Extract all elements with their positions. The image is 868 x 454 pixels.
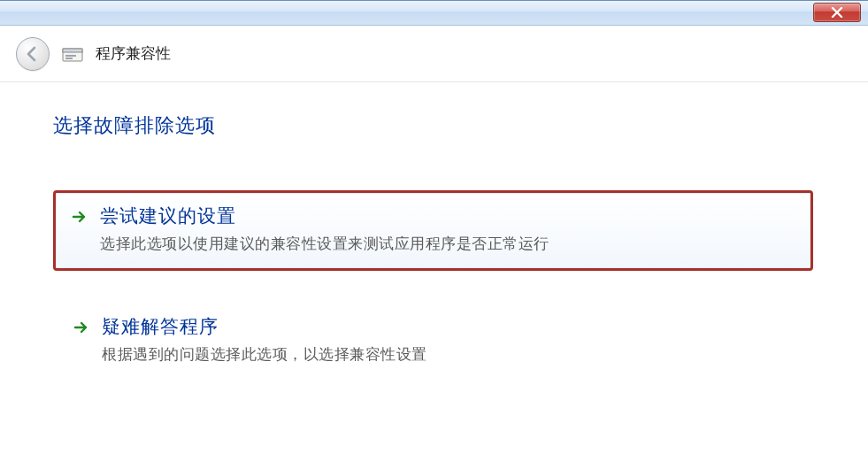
option-description: 根据遇到的问题选择此选项，以选择兼容性设置 — [102, 344, 796, 365]
arrow-left-icon — [24, 45, 42, 63]
option-troubleshoot-program[interactable]: 疑难解答程序 根据遇到的问题选择此选项，以选择兼容性设置 — [53, 303, 813, 380]
wizard-header: 程序兼容性 — [0, 26, 868, 82]
svg-rect-2 — [65, 55, 76, 57]
page-heading: 选择故障排除选项 — [53, 112, 813, 139]
arrow-right-icon — [72, 209, 88, 225]
wizard-title: 程序兼容性 — [96, 43, 171, 64]
option-title: 疑难解答程序 — [102, 314, 219, 339]
content-area: 选择故障排除选项 尝试建议的设置 选择此选项以使用建议的兼容性设置来测试应用程序… — [0, 82, 868, 380]
close-button[interactable] — [813, 3, 861, 22]
option-try-recommended[interactable]: 尝试建议的设置 选择此选项以使用建议的兼容性设置来测试应用程序是否正常运行 — [53, 190, 813, 271]
svg-rect-3 — [65, 58, 73, 59]
option-description: 选择此选项以使用建议的兼容性设置来测试应用程序是否正常运行 — [100, 234, 795, 254]
back-button[interactable] — [16, 37, 50, 71]
program-compat-icon — [62, 44, 83, 64]
svg-rect-1 — [63, 49, 82, 52]
titlebar — [0, 1, 868, 26]
option-title: 尝试建议的设置 — [100, 204, 236, 228]
wizard-window: 程序兼容性 选择故障排除选项 尝试建议的设置 选择此选项以使用建议的兼容性设置来… — [0, 0, 868, 454]
close-icon — [831, 7, 843, 18]
arrow-right-icon — [73, 319, 89, 335]
